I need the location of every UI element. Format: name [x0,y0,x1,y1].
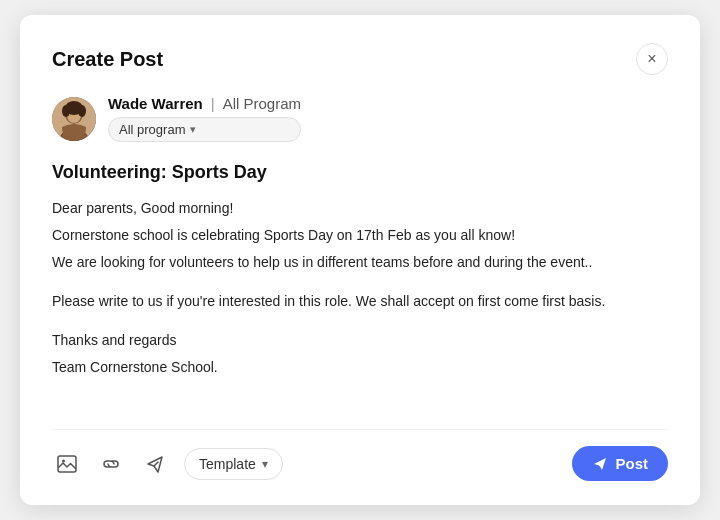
avatar [52,97,96,141]
mention-button[interactable] [140,449,170,479]
footer: Template ▾ Post [52,429,668,481]
template-label: Template [199,456,256,472]
dropdown-label: All program [119,122,185,137]
program-dropdown[interactable]: All program ▾ [108,117,301,142]
close-button[interactable]: × [636,43,668,75]
post-line-2: Cornerstone school is celebrating Sports… [52,224,668,247]
program-label: All Program [223,95,301,112]
svg-point-8 [78,105,86,117]
author-info: Wade Warren | All Program All program ▾ [108,95,301,142]
footer-left: Template ▾ [52,448,283,480]
modal-title: Create Post [52,48,163,71]
post-content: Volunteering: Sports Day Dear parents, G… [52,162,668,405]
modal-header: Create Post × [52,43,668,75]
author-row: Wade Warren | All Program All program ▾ [52,95,668,142]
mention-icon [144,453,166,475]
post-line-3: We are looking for volunteers to help us… [52,251,668,274]
chevron-down-icon: ▾ [190,123,196,136]
post-body: Dear parents, Good morning! Cornerstone … [52,197,668,380]
post-button[interactable]: Post [572,446,668,481]
image-icon [56,453,78,475]
post-line-5: Thanks and regards [52,329,668,352]
author-name-row: Wade Warren | All Program [108,95,301,112]
image-button[interactable] [52,449,82,479]
link-icon [100,453,122,475]
author-name: Wade Warren [108,95,203,112]
close-icon: × [647,50,656,68]
post-line-6: Team Cornerstone School. [52,356,668,379]
link-button[interactable] [96,449,126,479]
post-label: Post [615,455,648,472]
svg-point-10 [62,459,65,462]
template-chevron-icon: ▾ [262,457,268,471]
svg-rect-9 [58,456,76,472]
send-icon [592,456,608,472]
svg-point-7 [62,105,70,117]
post-heading: Volunteering: Sports Day [52,162,668,183]
post-line-4: Please write to us if you're interested … [52,290,668,313]
post-line-1: Dear parents, Good morning! [52,197,668,220]
template-button[interactable]: Template ▾ [184,448,283,480]
divider: | [211,95,215,112]
create-post-modal: Create Post × Wade Warren [20,15,700,505]
